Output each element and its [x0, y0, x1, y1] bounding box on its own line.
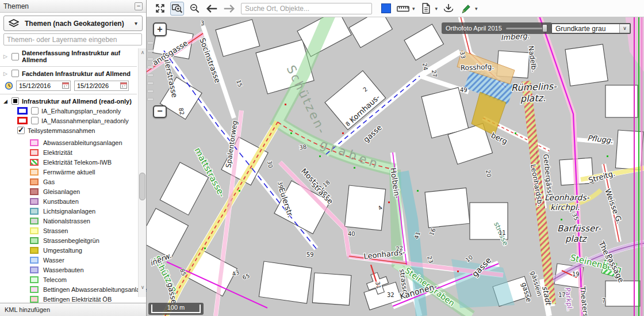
basemap-opacity-control: Orthofoto April 2015 — [442, 22, 552, 34]
checkbox-erhaltungsplan[interactable] — [31, 107, 39, 115]
legend-swatch — [30, 266, 39, 273]
sublayer-massnahmenplan[interactable]: IA_Massnahmenplan_readonly — [0, 116, 137, 125]
house-number: 24 — [421, 63, 429, 71]
zoom-slider-tick[interactable] — [147, 98, 154, 101]
legend-swatch — [30, 247, 39, 254]
tree-group-fachdaten[interactable]: ▷ Fachdaten Infrastruktur auf Allmend — [0, 68, 137, 78]
sidebar-scrollbar[interactable]: ∧ ∨ — [138, 48, 146, 297]
legend-item[interactable]: Umgestaltung — [0, 245, 137, 255]
house-number: 32 — [387, 292, 394, 298]
sublayer-teilsystemmassnahmen[interactable]: Teilsystemmassnahmen — [0, 125, 137, 135]
legend-swatch — [30, 178, 39, 185]
sublayer-label: Teilsystemmassnahmen — [28, 127, 95, 134]
zoom-slider-tick[interactable] — [147, 74, 154, 77]
calendar-icon[interactable] — [120, 82, 127, 89]
legend-item[interactable]: Strassen — [0, 226, 137, 235]
map-viewport[interactable]: Schützen-grabenmattstrasse-Schützen-Stei… — [147, 17, 644, 316]
zoom-slider-tick[interactable] — [147, 66, 154, 68]
legend-item[interactable]: Telecom — [0, 275, 137, 284]
street-label: Barfüsser- — [557, 223, 601, 234]
collapse-panel-button[interactable]: − — [135, 2, 143, 10]
draw-button[interactable] — [459, 2, 473, 16]
select-chevron-icon[interactable]: ∨ — [619, 24, 630, 33]
measure-caret-icon[interactable]: ▾ — [412, 6, 415, 12]
checkbox-massnahmenplan[interactable] — [31, 117, 39, 124]
scale-bar-label: 100 m — [148, 304, 204, 311]
legend-item[interactable]: Wasserbauten — [0, 265, 137, 275]
legend-item[interactable]: Elektrizität — [0, 147, 137, 157]
legend-item[interactable]: Kunstbauten — [0, 196, 137, 206]
legend-swatch — [30, 188, 39, 195]
zoom-slider-tick[interactable] — [147, 58, 154, 60]
measure-button[interactable] — [396, 2, 410, 16]
download-button[interactable] — [442, 2, 455, 16]
legend-item[interactable]: Lichtsignalanlagen — [0, 206, 137, 216]
expander-collapsed-icon[interactable]: ▷ — [3, 54, 10, 59]
draw-caret-icon[interactable]: ▾ — [475, 6, 478, 12]
zoom-slider-tick[interactable] — [147, 41, 154, 44]
legend-item[interactable]: Nationalstrassen — [0, 216, 137, 226]
map-toolbar: ▾ ▾ ▾ — [147, 0, 644, 17]
basemap-select[interactable]: Grundkarte grau ∨ — [551, 23, 631, 34]
legend-item[interactable]: Elektrizität Telekom-IWB — [0, 157, 137, 167]
basemap-opacity-slider[interactable] — [506, 28, 544, 29]
map-search-input[interactable] — [241, 3, 372, 14]
massnahmenplan-swatch — [17, 117, 28, 124]
legend-swatch — [30, 208, 39, 215]
divider — [0, 66, 137, 67]
zoom-box-button[interactable] — [170, 2, 184, 16]
legend-item[interactable]: Fernwärme aktuell — [0, 167, 137, 177]
previous-extent-button[interactable] — [205, 2, 218, 16]
next-extent-button[interactable] — [222, 2, 236, 16]
legend-label: Abwasserableitungsanlagen — [43, 139, 122, 146]
zoom-slider-tick[interactable] — [147, 50, 154, 52]
checkbox-infrastruktur-partial[interactable] — [12, 97, 19, 105]
street-label: Rosshofg. — [461, 63, 494, 72]
print-report-button[interactable] — [419, 2, 433, 16]
zoom-out-button[interactable]: − — [153, 105, 167, 118]
expander-collapsed-icon[interactable]: ▷ — [3, 71, 10, 77]
calendar-icon[interactable] — [62, 82, 69, 89]
checkbox-fachdaten[interactable] — [12, 70, 19, 77]
legend-label: Lichtsignalanlagen — [43, 208, 95, 215]
document-caret-icon[interactable]: ▾ — [435, 6, 438, 12]
scroll-down-icon[interactable]: ∨ — [139, 283, 147, 291]
legend-swatch — [30, 149, 39, 156]
legend-label: Gleisanlagen — [43, 188, 80, 195]
checkbox-datenerfassung[interactable] — [12, 53, 19, 60]
legend-item[interactable]: Gleisanlagen — [0, 186, 137, 196]
zoom-slider-tick[interactable] — [147, 82, 154, 85]
sublayer-erhaltungsplan[interactable]: IA_Erhaltungsplan_readonly — [0, 106, 137, 116]
chevron-down-icon: ▾ — [135, 20, 137, 26]
zoom-out-button-toolbar[interactable] — [187, 2, 201, 16]
group-label: Infrastruktur auf Allmend (read-only) — [22, 98, 132, 105]
kml-add-section[interactable]: KML hinzufügen — [0, 303, 146, 316]
full-extent-button[interactable] — [153, 2, 167, 16]
slider-handle[interactable] — [542, 24, 547, 32]
scrollbar-thumb[interactable] — [139, 173, 145, 200]
zoom-slider-tick[interactable] — [147, 90, 154, 93]
selection-color-swatch[interactable] — [381, 3, 391, 13]
house-number: 22 — [396, 245, 404, 252]
tree-group-datenerfassung[interactable]: ▷ Datenerfassung Infrastruktur auf Allme… — [0, 48, 137, 64]
house-number: 38 — [299, 143, 307, 151]
tree-group-infrastruktur[interactable]: ◢ Infrastruktur auf Allmend (read-only) — [0, 96, 137, 106]
house-number: 17 — [558, 292, 566, 298]
expander-expanded-icon[interactable]: ◢ — [3, 98, 10, 104]
legend-item[interactable]: Bettingen Abwasserableitungsanlagen — [0, 284, 137, 294]
legend-swatch — [30, 237, 39, 244]
legend-item[interactable]: Strassenbegleitgrün — [0, 235, 137, 245]
group-label: Datenerfassung Infrastruktur auf Allmend — [22, 50, 135, 63]
legend-item[interactable]: Gas — [0, 177, 137, 186]
scroll-up-icon[interactable]: ∧ — [139, 48, 147, 56]
date-range-row — [0, 78, 137, 92]
legend-item[interactable]: Abwasserableitungsanlagen — [0, 138, 137, 147]
theme-category-dropdown[interactable]: Themen (nach Geokategorien) ▾ — [3, 16, 143, 31]
street-label: platz. — [520, 92, 546, 104]
checkbox-teilsystemmassnahmen[interactable] — [17, 127, 25, 134]
zoom-in-button[interactable]: + — [153, 22, 167, 36]
legend-item[interactable]: Wasser — [0, 255, 137, 265]
layer-search-input[interactable] — [3, 33, 142, 45]
house-number: 19 — [572, 271, 580, 277]
back-arrow-icon — [206, 4, 218, 13]
